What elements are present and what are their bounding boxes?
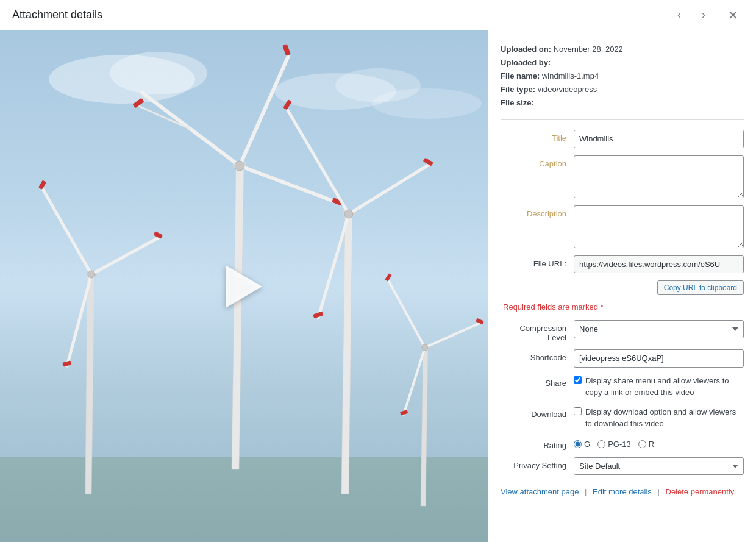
description-label: Description (501, 205, 574, 218)
svg-point-4 (372, 88, 482, 119)
rating-pg13-radio[interactable] (597, 440, 605, 448)
shortcode-label: Shortcode (501, 349, 574, 362)
file-url-label: File URL: (501, 255, 574, 268)
rating-g-label[interactable]: G (584, 440, 590, 449)
uploaded-by-label: Uploaded by: (501, 58, 551, 67)
required-asterisk: * (601, 302, 604, 312)
sep-2: | (658, 487, 660, 496)
video-content (0, 30, 488, 542)
file-size: File size: (501, 96, 744, 110)
file-url-input (574, 255, 744, 274)
svg-line-28 (91, 238, 159, 274)
meta-section: Uploaded on: November 28, 2022 Uploaded … (501, 43, 744, 110)
rating-pg13-item: PG-13 (597, 440, 631, 449)
edit-details-link[interactable]: Edit more details (593, 487, 652, 496)
rating-r-radio[interactable] (638, 440, 646, 448)
file-name-value: windmills-1.mp4 (542, 71, 599, 80)
privacy-label: Privacy Setting (501, 457, 574, 470)
file-type: File type: video/videopress (501, 83, 744, 96)
rating-g-radio[interactable] (574, 440, 582, 448)
video-panel (0, 30, 488, 542)
svg-point-42 (422, 344, 428, 351)
next-button[interactable]: › (693, 4, 715, 26)
download-checkbox-label[interactable]: Display download option and allow viewer… (585, 406, 744, 430)
svg-point-24 (344, 210, 353, 218)
svg-line-19 (349, 165, 428, 214)
title-input[interactable] (574, 130, 744, 148)
share-checkbox[interactable] (574, 376, 582, 384)
svg-rect-5 (0, 457, 488, 542)
modal-body: Uploaded on: November 28, 2022 Uploaded … (0, 30, 756, 542)
file-type-label: File type: (501, 85, 535, 94)
title-row: Title (501, 130, 744, 148)
svg-line-38 (404, 348, 425, 415)
play-button[interactable] (226, 265, 262, 308)
svg-line-37 (425, 323, 480, 348)
svg-point-33 (88, 271, 95, 278)
svg-line-10 (240, 56, 288, 166)
copy-url-button[interactable]: Copy URL to clipboard (657, 280, 744, 295)
svg-rect-30 (38, 180, 46, 190)
description-row: Description (501, 205, 744, 248)
svg-rect-13 (282, 44, 291, 56)
shortcode-input[interactable] (574, 349, 744, 368)
close-button[interactable]: ✕ (722, 4, 744, 26)
svg-marker-6 (232, 165, 244, 469)
compression-label: Compression Level (501, 320, 574, 342)
file-url-row: File URL: (501, 255, 744, 274)
shortcode-row: Shortcode (501, 349, 744, 368)
svg-point-1 (110, 52, 207, 94)
svg-line-18 (288, 110, 349, 214)
title-label: Title (501, 130, 574, 143)
share-label: Share (501, 375, 574, 388)
caption-row: Caption (501, 155, 744, 198)
rating-r-item: R (638, 440, 654, 449)
attachment-details-modal: Attachment details ‹ › ✕ (0, 0, 756, 542)
file-name: File name: windmills-1.mp4 (501, 70, 744, 83)
share-checkbox-label[interactable]: Display share menu and allow viewers to … (585, 375, 744, 399)
download-label: Download (501, 406, 574, 419)
footer-links: View attachment page | Edit more details… (501, 487, 744, 496)
view-attachment-link[interactable]: View attachment page (501, 487, 579, 496)
rating-label: Rating (501, 437, 574, 450)
details-panel: Uploaded on: November 28, 2022 Uploaded … (488, 30, 756, 542)
privacy-select[interactable]: Site Default Public Private (574, 457, 744, 476)
uploaded-on: Uploaded on: November 28, 2022 (501, 43, 744, 56)
rating-pg13-label[interactable]: PG-13 (608, 440, 631, 449)
download-checkbox[interactable] (574, 407, 582, 415)
rating-g-item: G (574, 440, 590, 449)
svg-line-27 (43, 189, 91, 274)
rating-row: Rating G PG-13 R (501, 437, 744, 450)
svg-line-36 (388, 280, 425, 348)
compression-row: Compression Level None Low Medium High (501, 320, 744, 342)
download-checkbox-container: Display download option and allow viewer… (574, 406, 744, 430)
meta-divider (501, 119, 744, 120)
description-textarea[interactable] (574, 205, 744, 248)
svg-marker-16 (341, 213, 352, 494)
share-checkbox-container: Display share menu and allow viewers to … (574, 375, 744, 399)
uploaded-on-value: November 28, 2022 (554, 45, 623, 54)
required-note: Required fields are marked * (503, 302, 744, 312)
svg-point-15 (235, 161, 244, 171)
modal-header: Attachment details ‹ › ✕ (0, 0, 756, 30)
uploaded-on-label: Uploaded on: (501, 45, 551, 54)
delete-permanently-link[interactable]: Delete permanently (666, 487, 735, 496)
download-row: Download Display download option and all… (501, 406, 744, 430)
share-row: Share Display share menu and allow viewe… (501, 375, 744, 399)
prev-button[interactable]: ‹ (668, 4, 690, 26)
caption-textarea[interactable] (574, 155, 744, 198)
file-type-value: video/videopress (538, 85, 597, 94)
uploaded-by: Uploaded by: (501, 56, 744, 70)
caption-label: Caption (501, 155, 574, 168)
modal-nav: ‹ › ✕ (668, 4, 744, 26)
svg-rect-39 (385, 273, 391, 281)
rating-radio-group: G PG-13 R (574, 437, 654, 449)
privacy-row: Privacy Setting Site Default Public Priv… (501, 457, 744, 476)
modal-title: Attachment details (12, 9, 668, 21)
file-name-label: File name: (501, 71, 540, 80)
file-size-label: File size: (501, 98, 534, 107)
compression-select[interactable]: None Low Medium High (574, 320, 744, 338)
copy-url-row: Copy URL to clipboard (501, 280, 744, 295)
rating-r-label[interactable]: R (649, 440, 654, 449)
sep-1: | (585, 487, 587, 496)
